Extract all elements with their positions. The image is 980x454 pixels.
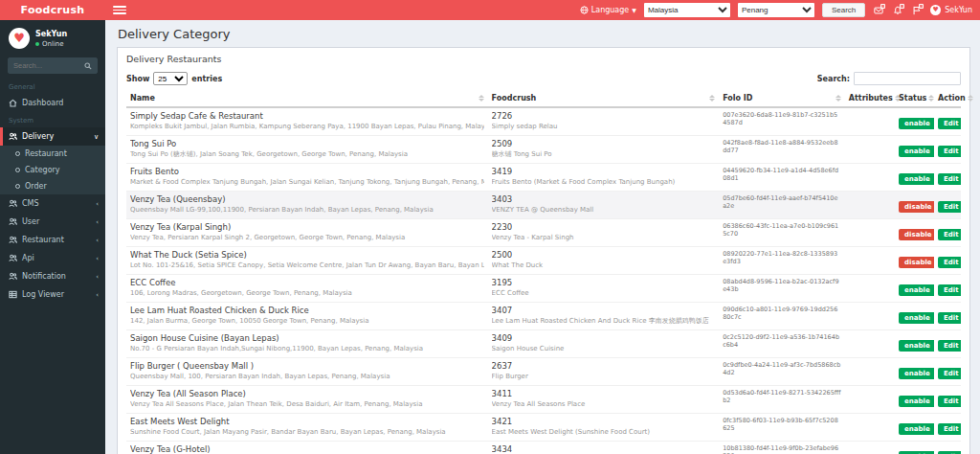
state-select[interactable]: Penang	[738, 3, 814, 17]
folo-id: 08abd4d8-9596-11ea-b2ac-0132acf9e43b	[723, 278, 841, 293]
header-search-button[interactable]: Search	[822, 3, 865, 17]
chevron-left-icon: ‹	[96, 237, 99, 244]
restaurant-name: What The Duck (Setia Spice)	[130, 250, 484, 260]
sidebar-item-restaurant[interactable]: Restaurant ‹	[0, 231, 105, 249]
status-toggle-button[interactable]: enable	[899, 368, 934, 379]
home-icon	[9, 99, 17, 107]
foodcrush-id: 3403	[492, 194, 716, 204]
sidebar-item-delivery[interactable]: Delivery ∨	[0, 127, 105, 146]
column-header-attributes[interactable]: Attributes	[845, 90, 895, 107]
sidebar-search-input[interactable]	[9, 58, 79, 73]
sidebar-item-api[interactable]: Api ‹	[0, 249, 105, 267]
edit-button[interactable]: Edit	[938, 368, 961, 379]
folo-id-cell: 042f8ae8-f8ad-11e8-a884-9532eeb8dd77	[719, 136, 845, 164]
status-toggle-button[interactable]: enable	[899, 340, 934, 352]
chevron-left-icon: ‹	[96, 255, 99, 262]
edit-button[interactable]: Edit	[938, 146, 961, 157]
language-menu[interactable]: Language ▼	[580, 6, 636, 14]
status-toggle-button[interactable]: disable	[899, 201, 934, 213]
messages-icon[interactable]	[873, 4, 884, 17]
edit-button[interactable]: Edit	[938, 284, 961, 296]
status-cell: enable	[895, 303, 934, 330]
status-toggle-button[interactable]: enable	[899, 284, 934, 296]
status-toggle-button[interactable]: enable	[899, 173, 934, 185]
restaurant-name: Venzy Tea (G-Hotel)	[130, 444, 484, 454]
edit-button[interactable]: Edit	[938, 201, 961, 213]
name-cell: Simply Sedap Cafe & Restaurant Kompleks …	[126, 107, 488, 136]
sidebar-item-delivery-restaurant[interactable]: Restaurant	[0, 146, 105, 162]
brand-logo[interactable]: Foodcrush	[0, 0, 105, 20]
restaurant-name: Fruits Bento	[130, 167, 484, 176]
folo-id: 090d6c10-a801-11e9-9769-19dd25680c7c	[723, 306, 841, 321]
status-cell: enable	[895, 330, 934, 358]
column-header-name[interactable]: Name	[126, 90, 488, 107]
status-toggle-button[interactable]: enable	[899, 118, 934, 129]
sidebar-item-user[interactable]: User ‹	[0, 213, 105, 231]
edit-button[interactable]: Edit	[938, 396, 961, 407]
status-toggle-button[interactable]: disable	[899, 229, 934, 240]
status-toggle-button[interactable]: disable	[899, 257, 934, 268]
table-row: Flip Burger ( Queensbay Mall ) Queensbay…	[126, 358, 961, 386]
restaurant-name: Simply Sedap Cafe & Restaurant	[130, 111, 484, 121]
language-label: Language	[591, 6, 629, 14]
attributes-cell	[845, 192, 895, 219]
sort-icon	[835, 95, 841, 102]
name-cell: Venzy Tea (All Season Place) Venzy Tea A…	[126, 386, 488, 414]
sidebar-toggle-icon[interactable]	[113, 0, 126, 20]
chevron-left-icon: ‹	[96, 218, 99, 226]
folo-id: 0d53d6a0-fd4f-11e9-8271-5342265fffb2	[723, 389, 841, 404]
edit-button[interactable]: Edit	[938, 423, 961, 435]
tasks-icon[interactable]	[911, 4, 923, 17]
users-icon	[9, 199, 17, 208]
user-menu[interactable]: ♥ SekYun	[930, 5, 972, 15]
attributes-cell	[845, 247, 895, 275]
restaurant-address: 106, Lorong Madras, Georgetown, George T…	[130, 289, 484, 298]
status-toggle-button[interactable]: enable	[899, 312, 934, 324]
table-row: Lee Lam Huat Roasted Chicken & Duck Rice…	[126, 303, 961, 330]
sidebar-search-button[interactable]	[79, 58, 97, 73]
sidebar-item-delivery-category[interactable]: Category	[0, 162, 105, 178]
action-cell: Edit	[934, 303, 961, 330]
sidebar-item-cms[interactable]: CMS ‹	[0, 194, 105, 213]
edit-button[interactable]: Edit	[938, 312, 961, 324]
restaurant-name: Venzy Tea (Karpal Singh)	[130, 222, 484, 232]
status-toggle-button[interactable]: enable	[899, 146, 934, 157]
sidebar-item-notification[interactable]: Notification ‹	[0, 267, 105, 285]
edit-button[interactable]: Edit	[938, 118, 961, 129]
column-header-action[interactable]: Action	[934, 90, 961, 107]
foodcrush-cell: 3195 ECC Coffee	[488, 275, 720, 303]
folo-id-cell: 05d7be60-fd4f-11e9-aaef-b74f5410ea2e	[719, 192, 845, 219]
foodcrush-id: 2726	[492, 111, 716, 121]
restaurant-name: ECC Coffee	[130, 278, 484, 287]
foodcrush-name: Lee Lam Huat Roasted Chicken And Duck Ri…	[492, 317, 716, 326]
user-avatar-icon: ♥	[930, 5, 941, 15]
status-cell: enable	[895, 414, 934, 442]
page-length-select[interactable]: 25	[153, 72, 188, 85]
name-cell: Fruits Bento Market & Food Complex Tanju…	[126, 164, 488, 192]
column-header-folo-id[interactable]: Folo ID	[719, 90, 845, 107]
table-search-input[interactable]	[854, 72, 961, 85]
edit-button[interactable]: Edit	[938, 257, 961, 268]
country-select[interactable]: Malaysia	[644, 3, 730, 17]
table-icon	[9, 290, 17, 299]
edit-button[interactable]: Edit	[938, 340, 961, 352]
restaurant-name: Saigon House Cuisine (Bayan Lepas)	[130, 333, 484, 343]
column-header-status[interactable]: Status	[895, 90, 934, 107]
sidebar-item-delivery-order[interactable]: Order	[0, 178, 105, 194]
status-toggle-button[interactable]: enable	[899, 396, 934, 407]
name-cell: Venzy Tea (G-Hotel) G-05-A, Ground Floor…	[126, 442, 488, 454]
edit-button[interactable]: Edit	[938, 173, 961, 185]
status-toggle-button[interactable]: enable	[899, 423, 934, 435]
column-header-foodcrush[interactable]: Foodcrush	[488, 90, 720, 107]
foodcrush-name: 糖水铺 Tong Sui Po	[492, 150, 716, 159]
restaurant-address: Tong Sui Po (糖水铺), Jalan Soang Tek, Geor…	[130, 150, 484, 159]
foodcrush-cell: 2726 Simply sedap Relau	[488, 107, 720, 136]
notifications-icon[interactable]	[892, 4, 903, 17]
edit-button[interactable]: Edit	[938, 229, 961, 240]
sidebar-item-log-viewer[interactable]: Log Viewer ‹	[0, 285, 105, 304]
sidebar-item-dashboard[interactable]: Dashboard	[0, 94, 105, 112]
status-cell: enable	[895, 442, 934, 454]
foodcrush-id: 3421	[492, 417, 716, 426]
sort-icon	[968, 95, 973, 102]
folo-id-cell: 10b81380-fd4f-11e9-9f0b-23efabe96250	[719, 442, 845, 454]
